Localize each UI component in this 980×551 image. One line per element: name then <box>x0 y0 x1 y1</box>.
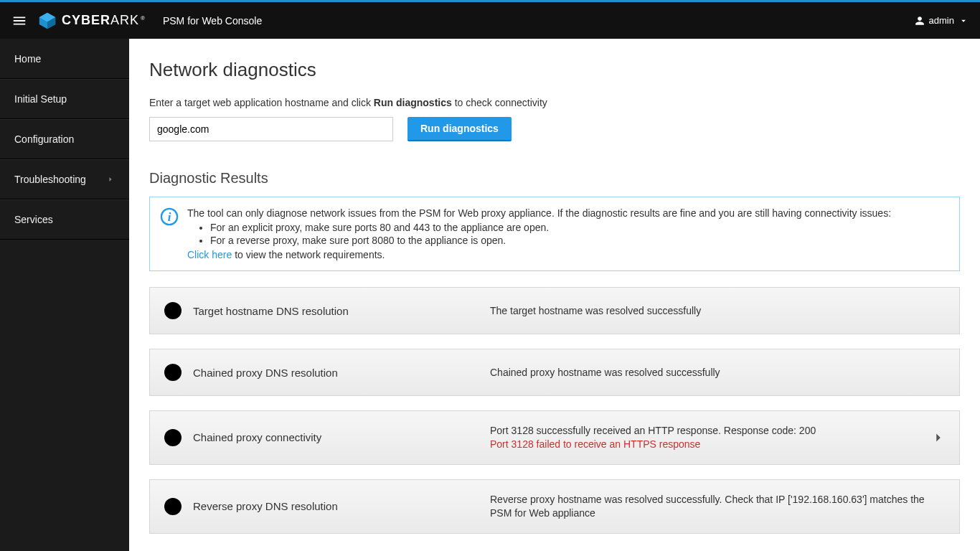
result-message-line: Port 3128 successfully received an HTTP … <box>490 424 920 438</box>
sidebar-item-label: Services <box>14 214 53 225</box>
success-icon <box>163 362 183 382</box>
result-title: Chained proxy DNS resolution <box>193 367 480 379</box>
info-icon: i <box>160 207 179 226</box>
result-message-line: Reverse proxy hostname was resolved succ… <box>490 493 946 520</box>
sidebar-item-services[interactable]: Services <box>0 199 129 240</box>
result-message: Reverse proxy hostname was resolved succ… <box>490 493 946 520</box>
menu-toggle-button[interactable] <box>6 7 33 34</box>
result-card: Reverse proxy DNS resolutionReverse prox… <box>149 479 960 534</box>
sidebar-item-configuration[interactable]: Configuration <box>0 119 129 159</box>
sidebar-item-label: Troubleshooting <box>14 174 86 185</box>
hamburger-icon <box>11 13 27 29</box>
instruction-text: Enter a target web application hostname … <box>149 97 960 108</box>
result-card: Target hostname DNS resolutionThe target… <box>149 287 960 334</box>
user-label: admin <box>929 15 954 26</box>
result-message: Port 3128 successfully received an HTTP … <box>490 424 920 451</box>
chevron-down-icon <box>958 16 969 26</box>
brand-text-cyber: CYBER <box>62 13 110 28</box>
error-icon <box>163 428 183 448</box>
app-name: PSM for Web Console <box>163 15 262 27</box>
sidebar-item-initial-setup[interactable]: Initial Setup <box>0 79 129 119</box>
sidebar-item-label: Initial Setup <box>14 93 67 105</box>
sidebar-item-label: Configuration <box>14 133 74 145</box>
info-bullet: For an explicit proxy, make sure ports 8… <box>210 222 946 233</box>
hostname-input[interactable] <box>149 117 393 141</box>
results-heading: Diagnostic Results <box>149 170 960 187</box>
registered-mark: ® <box>141 15 146 22</box>
result-card[interactable]: Chained proxy connectivityPort 3128 succ… <box>149 410 960 465</box>
result-message-line: The target hostname was resolved success… <box>490 304 946 318</box>
result-title: Target hostname DNS resolution <box>193 305 480 317</box>
chevron-right-icon <box>930 430 946 446</box>
sidebar-item-home[interactable]: Home <box>0 39 129 79</box>
result-card: Chained proxy DNS resolutionChained prox… <box>149 349 960 396</box>
top-bar: CYBERARK® PSM for Web Console admin <box>0 0 980 39</box>
user-icon <box>915 16 925 26</box>
info-bullet: For a reverse proxy, make sure port 8080… <box>210 235 946 246</box>
success-icon <box>163 301 183 321</box>
result-title: Reverse proxy DNS resolution <box>193 500 480 512</box>
svg-text:i: i <box>168 210 171 224</box>
success-icon <box>163 496 183 517</box>
page-title: Network diagnostics <box>149 59 960 81</box>
network-requirements-link[interactable]: Click here <box>187 249 232 260</box>
sidebar: HomeInitial SetupConfigurationTroublesho… <box>0 39 129 551</box>
info-callout: i The tool can only diagnose network iss… <box>149 197 960 271</box>
result-message-line: Chained proxy hostname was resolved succ… <box>490 366 946 380</box>
result-message-error-line: Port 3128 failed to receive an HTTPS res… <box>490 438 920 451</box>
result-title: Chained proxy connectivity <box>193 431 480 443</box>
main-content: Network diagnostics Enter a target web a… <box>129 39 980 551</box>
run-diagnostics-button[interactable]: Run diagnostics <box>407 117 512 141</box>
brand-logo: CYBERARK® <box>37 11 146 31</box>
cyberark-mark-icon <box>37 11 57 31</box>
user-menu[interactable]: admin <box>915 15 969 26</box>
info-lead: The tool can only diagnose network issue… <box>187 207 946 219</box>
result-message: The target hostname was resolved success… <box>490 304 946 318</box>
sidebar-item-label: Home <box>14 53 41 65</box>
brand-text-ark: ARK <box>110 13 139 28</box>
result-message: Chained proxy hostname was resolved succ… <box>490 366 946 380</box>
sidebar-item-troubleshooting[interactable]: Troubleshooting <box>0 159 129 199</box>
chevron-right-icon <box>106 175 115 184</box>
